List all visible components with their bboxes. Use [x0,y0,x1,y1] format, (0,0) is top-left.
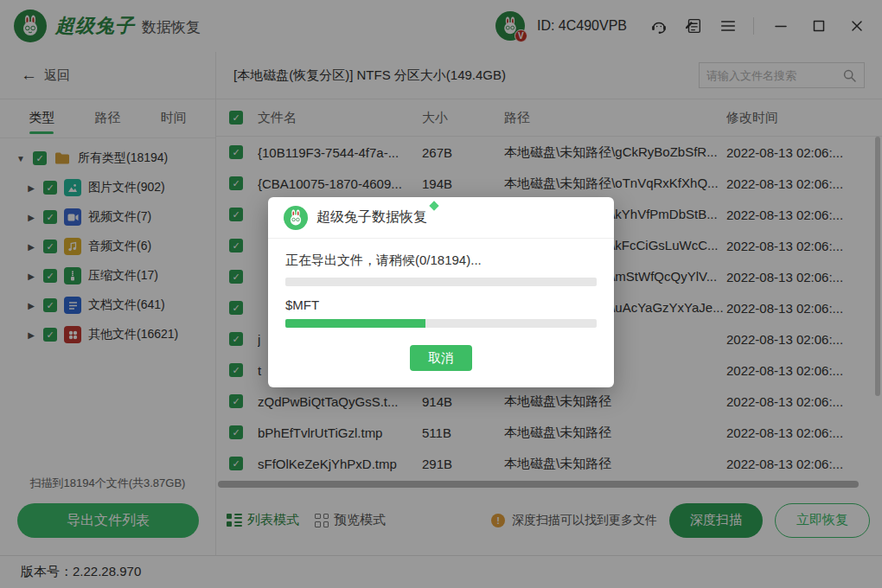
cancel-button[interactable]: 取消 [410,345,472,371]
app-window: 超级兔子 数据恢复 V ID: 4C490VPB [0,0,882,588]
dialog-logo-icon [284,206,308,230]
overall-progress-bar [285,278,597,286]
diamond-icon [429,201,438,210]
export-progress-dialog: 超级兔子数据恢复 正在导出文件，请稍候(0/18194)... $MFT 取消 [268,197,614,387]
current-progress-bar [285,319,597,328]
dialog-title: 超级兔子数据恢复 [316,208,427,227]
current-file-label: $MFT [285,297,597,312]
export-progress-text: 正在导出文件，请稍候(0/18194)... [285,252,597,269]
current-progress-fill [285,319,425,328]
dialog-header: 超级兔子数据恢复 [268,197,614,239]
